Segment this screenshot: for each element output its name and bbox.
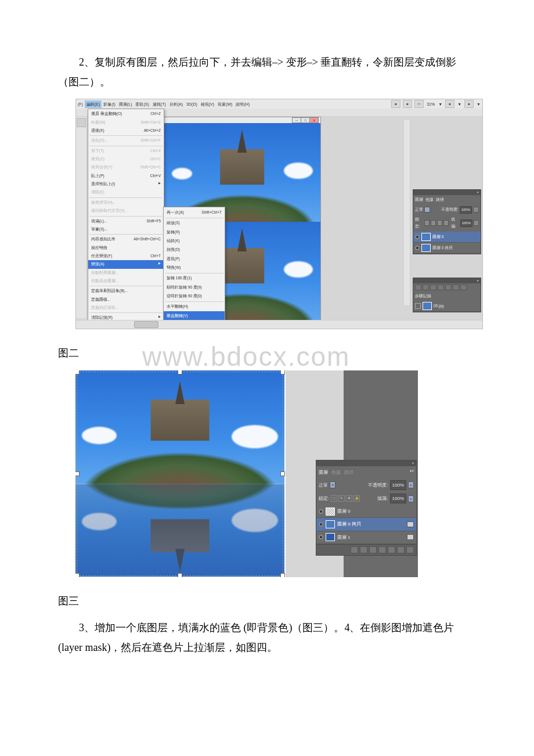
- tab-channels[interactable]: 色版: [425, 196, 434, 203]
- layer-row[interactable]: 圖層 1: [316, 531, 416, 544]
- submenu-item[interactable]: 傾斜(K): [164, 236, 225, 245]
- submenu-item[interactable]: 透視(P): [164, 254, 225, 263]
- submenu-item[interactable]: 水平翻轉(H): [164, 303, 225, 311]
- history-nav-icon[interactable]: [453, 285, 459, 290]
- layer-name[interactable]: 圖層 0 拷貝: [432, 244, 453, 251]
- slider-icon[interactable]: ▸: [408, 495, 414, 502]
- fill-value[interactable]: 100%: [390, 494, 406, 503]
- menu-item[interactable]: 填滿(L)...Shift+F5: [88, 217, 164, 225]
- history-state-row[interactable]: 05.jpg: [413, 301, 481, 312]
- tab-layers[interactable]: 圖層: [319, 468, 328, 477]
- menu-layer[interactable]: 圖層(L): [117, 100, 134, 108]
- menu-item[interactable]: 還原 垂直翻轉(O)Ctrl+Z: [88, 110, 164, 118]
- menu-item[interactable]: 定義圖樣...: [88, 296, 164, 304]
- menu-image[interactable]: 影像(I): [102, 100, 117, 108]
- lock-all-icon[interactable]: 🔒: [353, 495, 360, 502]
- history-brush-icon[interactable]: [415, 303, 421, 309]
- layer-row[interactable]: 圖層 0 拷貝: [413, 243, 481, 254]
- submenu-item[interactable]: 縮放(S): [164, 219, 225, 228]
- layer-name[interactable]: 圖層 0 拷貝: [337, 520, 405, 528]
- workspace-icon[interactable]: ■: [391, 100, 400, 108]
- window-minimize-icon[interactable]: ─: [292, 117, 301, 123]
- menu-item[interactable]: 變形(A): [88, 260, 164, 268]
- collapse-icon[interactable]: «: [412, 460, 414, 466]
- view-extras-icon[interactable]: ■: [445, 100, 454, 108]
- visibility-eye-icon[interactable]: [415, 235, 420, 239]
- window-maximize-icon[interactable]: □: [301, 117, 310, 123]
- history-nav-icon[interactable]: [415, 285, 421, 290]
- visibility-eye-icon[interactable]: [319, 535, 323, 539]
- link-layers-icon[interactable]: [351, 546, 358, 553]
- menu-select[interactable]: 選取(S): [134, 100, 150, 108]
- tab-paths[interactable]: 路徑: [436, 196, 444, 203]
- menu-window[interactable]: 視窗(W): [216, 100, 234, 108]
- menu-item[interactable]: 內容感知比率Alt+Shift+Ctrl+C: [88, 235, 164, 243]
- adjustment-layer-icon[interactable]: [378, 546, 386, 553]
- lock-pixels-icon[interactable]: [431, 220, 436, 226]
- submenu-item[interactable]: 扭曲(D): [164, 246, 225, 254]
- lock-transparent-icon[interactable]: [424, 220, 430, 226]
- menu-3d[interactable]: 3D(D): [185, 100, 199, 108]
- layer-row[interactable]: 圖層 0: [413, 232, 481, 243]
- layer-name[interactable]: 圖層 0: [432, 233, 443, 240]
- layer-row[interactable]: 圖層 0: [316, 505, 416, 518]
- submenu-item[interactable]: 垂直翻轉(V): [164, 311, 225, 320]
- layers-panel[interactable]: « 圖層 色版 路徑 ▾≡ 正常 ▾ 不透明度: 100% ▸: [316, 460, 417, 556]
- screen-mode-icon[interactable]: ■: [403, 100, 412, 108]
- tab-history[interactable]: 步驟記錄: [415, 293, 431, 300]
- ps-toolbox[interactable]: [76, 117, 87, 318]
- blend-mode-select[interactable]: 正常: [415, 206, 423, 213]
- submenu-item[interactable]: 旋轉(R): [164, 228, 225, 236]
- submenu-item[interactable]: 再一次(A)Shift+Ctrl+T: [164, 208, 225, 217]
- layer-style-icon[interactable]: [360, 546, 367, 553]
- group-icon[interactable]: [388, 546, 395, 553]
- visibility-eye-icon[interactable]: [319, 522, 323, 527]
- menu-view[interactable]: 檢視(V): [199, 100, 216, 108]
- ps-document-canvas[interactable]: [75, 370, 284, 577]
- menu-filter[interactable]: 濾鏡(T): [151, 100, 168, 108]
- submenu-item[interactable]: 旋轉 180 度(1): [164, 274, 225, 283]
- menu-file[interactable]: (F): [76, 100, 85, 108]
- screen-icon[interactable]: ■: [464, 100, 474, 108]
- submenu-item[interactable]: 順時針旋轉 90 度(9): [164, 283, 225, 291]
- layer-name[interactable]: 圖層 0: [337, 507, 414, 516]
- arrange-icon[interactable]: ▭: [414, 100, 424, 108]
- panel-menu-icon[interactable]: ▾: [477, 190, 479, 196]
- fill-value[interactable]: 100%: [460, 219, 472, 227]
- opacity-value[interactable]: 100%: [460, 206, 472, 214]
- link-icon[interactable]: [407, 521, 414, 527]
- submenu-item[interactable]: 逆時針旋轉 90 度(0): [164, 291, 225, 300]
- tab-layers[interactable]: 圖層: [415, 196, 423, 203]
- edit-menu-dropdown[interactable]: 還原 垂直翻轉(O)Ctrl+Z向前(W)Shift+Ctrl+Z退後(K)Al…: [88, 109, 164, 329]
- lock-position-icon[interactable]: [437, 220, 442, 226]
- window-close-icon[interactable]: x: [309, 117, 319, 123]
- history-nav-icon[interactable]: [438, 285, 444, 290]
- history-nav-icon[interactable]: [460, 285, 467, 290]
- menu-item[interactable]: 退後(K)Alt+Ctrl+Z: [88, 127, 164, 135]
- transform-submenu[interactable]: 再一次(A)Shift+Ctrl+T縮放(S)旋轉(R)傾斜(K)扭曲(D)透視…: [163, 207, 225, 321]
- scrollbar-vertical[interactable]: [403, 119, 410, 306]
- scrollbar-horizontal[interactable]: [134, 321, 158, 328]
- panel-menu-icon[interactable]: ▾: [477, 278, 479, 284]
- visibility-eye-icon[interactable]: [415, 246, 420, 250]
- lock-all-icon[interactable]: [443, 220, 449, 226]
- new-layer-icon[interactable]: [397, 546, 405, 553]
- delete-layer-icon[interactable]: [406, 546, 414, 553]
- menu-item[interactable]: 任意變形(F)Ctrl+T: [88, 252, 164, 260]
- tab-paths[interactable]: 路徑: [344, 468, 353, 477]
- link-icon[interactable]: [407, 534, 414, 540]
- slider-icon[interactable]: ▸: [408, 481, 414, 488]
- tool-icon[interactable]: [77, 118, 86, 127]
- menu-help[interactable]: 說明(H): [234, 100, 251, 108]
- zoom-value[interactable]: 31%: [425, 100, 436, 108]
- submenu-item[interactable]: 彎曲(W): [164, 263, 225, 272]
- layer-name[interactable]: 圖層 1: [337, 533, 405, 542]
- blend-mode-select[interactable]: 正常: [319, 481, 328, 489]
- menu-item[interactable]: 筆畫(S)...: [88, 225, 164, 233]
- menu-item[interactable]: 操控彎曲: [88, 244, 164, 252]
- lock-position-icon[interactable]: ✥: [346, 495, 352, 502]
- menu-item[interactable]: 定義筆刷預設集(B)...: [88, 287, 164, 295]
- tab-channels[interactable]: 色版: [331, 468, 341, 477]
- opacity-value[interactable]: 100%: [390, 480, 406, 490]
- layer-mask-icon[interactable]: [369, 546, 377, 553]
